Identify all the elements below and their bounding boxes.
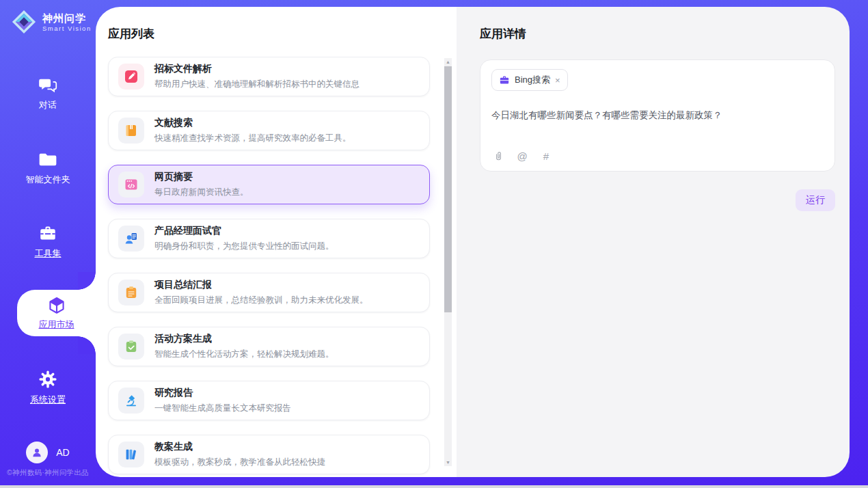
- sidebar-item-label: 工具集: [35, 247, 62, 260]
- close-icon[interactable]: ×: [555, 76, 560, 85]
- interviewer-icon: [118, 226, 144, 252]
- app-name: 教案生成: [154, 441, 325, 453]
- brand-logo: 神州问学 Smart Vision: [11, 9, 92, 35]
- user-initials: AD: [56, 447, 69, 458]
- app-desc: 快速精准查找学术资源，提高研究效率的必备工具。: [154, 133, 351, 144]
- sidebar-item-label: 对话: [39, 99, 57, 111]
- book-icon: [118, 118, 144, 144]
- folder-icon: [38, 150, 57, 169]
- app-name: 产品经理面试官: [154, 225, 334, 237]
- app-list-panel: 应用列表 招标文件解析 帮助用户快速、准确地理解和解析招标书中的关键信息: [96, 7, 457, 477]
- sidebar-item-label: 智能文件夹: [26, 174, 70, 186]
- app-desc: 一键智能生成高质量长文本研究报告: [154, 403, 291, 414]
- app-desc: 每日政府新闻资讯快查。: [154, 187, 249, 198]
- app-card-literature-search[interactable]: 文献搜索 快速精准查找学术资源，提高研究效率的必备工具。: [108, 111, 430, 150]
- gear-icon: [38, 370, 57, 389]
- app-name: 网页摘要: [154, 171, 249, 183]
- tool-tag-label: Bing搜索: [515, 74, 550, 86]
- attachment-toolbar: @ #: [491, 149, 553, 163]
- app-desc: 明确身份和职责，为您提供专业性的面试问题。: [154, 241, 334, 252]
- scroll-down-icon[interactable]: ▼: [444, 459, 452, 466]
- app-card-tender-parse[interactable]: 招标文件解析 帮助用户快速、准确地理解和解析招标书中的关键信息: [108, 57, 430, 96]
- sidebar-item-app-market[interactable]: 应用市场: [17, 290, 96, 336]
- briefcase-icon: [499, 74, 510, 85]
- app-name: 招标文件解析: [154, 63, 360, 75]
- app-list-scrollbar[interactable]: ▲ ▼: [444, 58, 452, 466]
- scroll-up-icon[interactable]: ▲: [444, 58, 452, 66]
- hash-icon[interactable]: #: [539, 149, 553, 163]
- app-name: 研究报告: [154, 387, 291, 399]
- bottom-edge-divider: [0, 485, 868, 488]
- app-desc: 智能生成个性化活动方案，轻松解决规划难题。: [154, 349, 334, 360]
- run-button[interactable]: 运行: [796, 189, 835, 211]
- copyright-text: ©神州数码·神州问学出品: [0, 468, 96, 478]
- user-account[interactable]: AD: [0, 442, 96, 463]
- paperclip-icon[interactable]: [491, 149, 505, 163]
- app-desc: 模板驱动，教案秒成，教学准备从此轻松快捷: [154, 457, 325, 468]
- prompt-card[interactable]: Bing搜索 × 今日湖北有哪些新闻要点？有哪些需要关注的最新政策？ @ #: [480, 59, 835, 172]
- avatar: [26, 442, 48, 463]
- scrollbar-thumb[interactable]: [444, 66, 452, 312]
- microscope-icon: [118, 388, 144, 414]
- app-card-event-plan[interactable]: 活动方案生成 智能生成个性化活动方案，轻松解决规划难题。: [108, 327, 430, 366]
- app-list-title: 应用列表: [108, 26, 154, 42]
- at-icon[interactable]: @: [515, 149, 529, 163]
- app-card-research-report[interactable]: 研究报告 一键智能生成高质量长文本研究报告: [108, 381, 430, 420]
- toolbox-icon: [38, 223, 57, 243]
- app-card-web-summary[interactable]: 网页摘要 每日政府新闻资讯快查。: [108, 165, 430, 204]
- diamond-logo-icon: [11, 9, 37, 35]
- chat-icon: [38, 75, 57, 94]
- cube-icon: [47, 296, 66, 315]
- main-content: 应用列表 招标文件解析 帮助用户快速、准确地理解和解析招标书中的关键信息: [96, 7, 850, 477]
- tool-tag-bing-search[interactable]: Bing搜索 ×: [491, 69, 568, 91]
- app-detail-title: 应用详情: [480, 26, 835, 42]
- clipboard-check-icon: [118, 334, 144, 360]
- clipboard-icon: [118, 280, 144, 306]
- app-desc: 帮助用户快速、准确地理解和解析招标书中的关键信息: [154, 79, 360, 90]
- sidebar-item-smart-folder[interactable]: 智能文件夹: [0, 150, 96, 186]
- sidebar-item-toolset[interactable]: 工具集: [0, 223, 96, 260]
- app-desc: 全面回顾项目进展，总结经验教训，助力未来优化发展。: [154, 295, 368, 306]
- sidebar-item-label: 应用市场: [39, 318, 74, 331]
- app-card-list: 招标文件解析 帮助用户快速、准确地理解和解析招标书中的关键信息 文献搜索 快速精…: [96, 57, 457, 477]
- brand-tagline: Smart Vision: [42, 25, 92, 32]
- sidebar: 神州问学 Smart Vision 对话 智能文件夹 工具集 应用市场: [0, 0, 96, 485]
- browser-code-icon: [118, 172, 144, 198]
- query-text[interactable]: 今日湖北有哪些新闻要点？有哪些需要关注的最新政策？: [491, 109, 824, 122]
- person-icon: [30, 446, 44, 459]
- app-card-lesson-plan[interactable]: 教案生成 模板驱动，教案秒成，教学准备从此轻松快捷: [108, 435, 430, 474]
- sidebar-item-label: 系统设置: [30, 394, 66, 406]
- books-icon: [118, 442, 144, 467]
- pen-document-icon: [118, 64, 144, 90]
- app-name: 文献搜索: [154, 117, 351, 129]
- app-card-pm-interviewer[interactable]: 产品经理面试官 明确身份和职责，为您提供专业性的面试问题。: [108, 219, 430, 258]
- sidebar-item-chat[interactable]: 对话: [0, 75, 96, 111]
- app-card-project-summary[interactable]: 项目总结汇报 全面回顾项目进展，总结经验教训，助力未来优化发展。: [108, 273, 430, 312]
- sidebar-item-settings[interactable]: 系统设置: [0, 370, 96, 406]
- brand-name: 神州问学: [42, 12, 92, 25]
- app-name: 活动方案生成: [154, 333, 334, 345]
- app-name: 项目总结汇报: [154, 279, 368, 291]
- app-detail-panel: 应用详情 Bing搜索 × 今日湖北有哪些新闻要点？有哪些需要关注的最新政策？ …: [457, 7, 850, 477]
